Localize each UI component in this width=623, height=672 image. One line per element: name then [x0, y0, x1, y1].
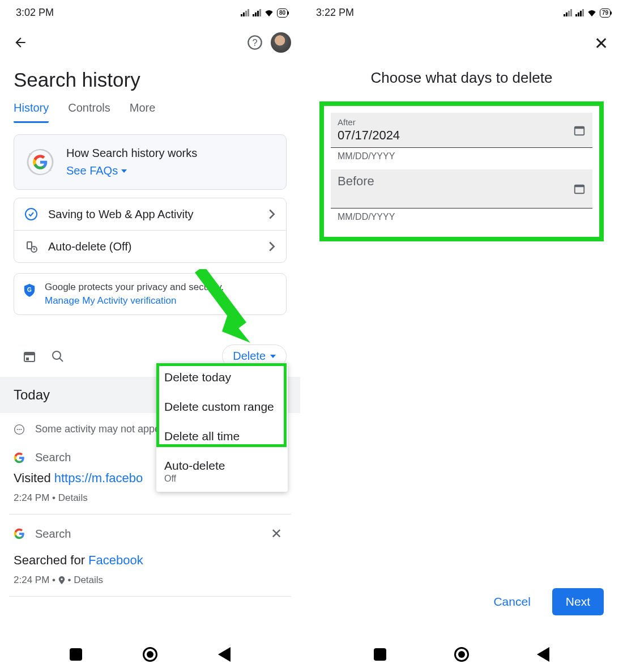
svg-point-12 — [19, 428, 20, 429]
before-date-field[interactable]: Before — [331, 169, 592, 209]
nav-bar — [300, 641, 623, 667]
tab-more[interactable]: More — [130, 101, 156, 123]
see-faqs-link[interactable]: See FAQs — [66, 164, 197, 177]
chevron-right-icon — [268, 209, 276, 220]
svg-point-9 — [53, 351, 61, 359]
help-button[interactable]: ? — [245, 32, 265, 53]
battery-icon: 79 — [600, 8, 611, 18]
more-circle-icon — [14, 424, 25, 435]
activity-source-label: Search — [35, 528, 71, 541]
settings-card: Saving to Web & App Activity Auto-delete… — [14, 198, 287, 263]
status-indicators: 79 — [564, 8, 611, 18]
menu-delete-all-time[interactable]: Delete all time — [156, 422, 288, 451]
cancel-button[interactable]: Cancel — [482, 588, 541, 615]
nav-home-button[interactable] — [454, 647, 469, 662]
privacy-line: Google protects your privacy and securit… — [45, 282, 224, 293]
field-hint: MM/DD/YYYY — [331, 209, 592, 230]
setting-web-app-activity[interactable]: Saving to Web & App Activity — [14, 198, 286, 231]
close-button[interactable]: ✕ — [590, 31, 613, 56]
after-date-field[interactable]: After 07/17/2024 — [331, 113, 592, 148]
profile-avatar[interactable] — [271, 32, 291, 53]
status-bar: 3:22 PM 79 — [300, 0, 623, 21]
calendar-icon — [573, 182, 586, 195]
activity-link[interactable]: https://m.facebo — [54, 471, 143, 485]
svg-text:G: G — [27, 287, 32, 293]
chevron-down-icon — [121, 169, 127, 173]
screen-choose-days: 3:22 PM 79 ✕ Choose what days to delete … — [300, 0, 623, 672]
field-value: 07/17/2024 — [338, 127, 586, 144]
activity-title: Searched for Facebook — [0, 551, 300, 572]
setting-label: Auto-delete (Off) — [48, 240, 258, 253]
nav-back-button[interactable] — [537, 647, 549, 662]
svg-rect-7 — [24, 352, 35, 355]
divider — [9, 514, 291, 514]
menu-delete-today[interactable]: Delete today — [156, 363, 288, 392]
location-pin-icon — [58, 576, 65, 584]
field-label: Before — [338, 174, 586, 189]
svg-rect-15 — [575, 126, 584, 129]
privacy-card: G Google protects your privacy and secur… — [14, 273, 287, 315]
calendar-icon[interactable] — [23, 350, 36, 363]
status-time: 3:22 PM — [316, 7, 354, 19]
delete-item-button[interactable]: ✕ — [266, 521, 287, 546]
field-label: After — [338, 117, 586, 127]
activity-source-label: Search — [35, 451, 71, 464]
app-bar: ✕ — [300, 21, 623, 59]
svg-point-2 — [25, 209, 37, 220]
screen-search-history: 3:02 PM 80 ? Search history History Cont… — [0, 0, 300, 672]
google-logo-icon — [14, 452, 25, 463]
shield-icon: G — [23, 283, 36, 297]
status-time: 3:02 PM — [16, 7, 54, 19]
info-title: How Search history works — [66, 147, 197, 160]
setting-label: Saving to Web & App Activity — [48, 208, 258, 221]
tabs: History Controls More — [0, 101, 300, 123]
delete-popup-menu: Delete today Delete custom range Delete … — [156, 363, 288, 492]
back-button[interactable] — [10, 32, 31, 53]
activity-item-searched[interactable]: Search ✕ Searched for Facebook 2:24 PM •… — [0, 517, 300, 594]
menu-auto-delete[interactable]: Auto-delete Off — [156, 451, 288, 492]
signal-icon — [564, 9, 572, 16]
svg-point-11 — [17, 428, 18, 429]
wifi-icon — [264, 10, 274, 16]
menu-delete-custom-range[interactable]: Delete custom range — [156, 392, 288, 422]
chevron-right-icon — [268, 241, 276, 252]
annotation-highlight-dates: After 07/17/2024 MM/DD/YYYY Before MM/DD… — [319, 101, 604, 241]
dialog-buttons: Cancel Next — [482, 588, 604, 615]
nav-recent-button[interactable] — [70, 648, 82, 661]
tab-history[interactable]: History — [14, 101, 49, 123]
activity-meta: 2:24 PM • Details — [0, 490, 300, 512]
dialog-title: Choose what days to delete — [300, 59, 623, 101]
nav-recent-button[interactable] — [374, 648, 386, 661]
status-bar: 3:02 PM 80 — [0, 0, 300, 21]
signal-icon-2 — [253, 9, 261, 16]
activity-link[interactable]: Facebook — [88, 553, 143, 567]
app-bar: ? — [0, 21, 300, 56]
svg-rect-17 — [575, 185, 584, 188]
svg-rect-8 — [26, 358, 29, 360]
manage-verification-link[interactable]: Manage My Activity verification — [45, 295, 224, 307]
info-card[interactable]: How Search history works See FAQs — [14, 134, 287, 190]
svg-point-13 — [20, 428, 22, 429]
checkmark-circle-icon — [24, 207, 38, 221]
page-title: Search history — [0, 56, 300, 101]
wifi-icon — [587, 10, 596, 16]
signal-icon-2 — [575, 9, 584, 16]
battery-icon: 80 — [277, 8, 288, 18]
tab-controls[interactable]: Controls — [68, 101, 110, 123]
setting-auto-delete[interactable]: Auto-delete (Off) — [14, 231, 286, 262]
chevron-down-icon — [270, 355, 276, 358]
auto-delete-icon — [24, 240, 38, 253]
activity-meta: 2:24 PM • • Details — [0, 572, 300, 594]
refresh-google-icon — [24, 146, 56, 178]
next-button[interactable]: Next — [552, 588, 604, 615]
nav-back-button[interactable] — [218, 647, 231, 662]
nav-home-button[interactable] — [143, 647, 157, 662]
search-icon[interactable] — [51, 350, 65, 363]
google-logo-icon — [14, 528, 25, 539]
divider — [9, 596, 291, 597]
calendar-icon — [573, 124, 586, 137]
field-value — [338, 189, 586, 205]
status-indicators: 80 — [241, 8, 288, 18]
field-hint: MM/DD/YYYY — [331, 148, 592, 169]
svg-text:?: ? — [252, 37, 257, 48]
